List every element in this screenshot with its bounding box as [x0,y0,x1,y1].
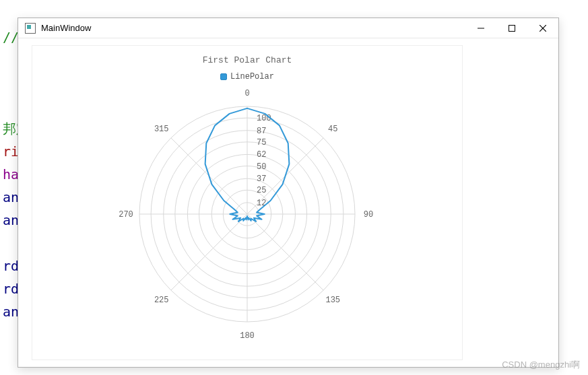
svg-line-19 [247,214,323,290]
maximize-icon [509,25,515,32]
app-icon [25,23,36,34]
svg-text:62: 62 [257,150,266,160]
legend-swatch [220,73,227,80]
svg-text:90: 90 [364,210,373,219]
svg-text:87: 87 [257,127,266,136]
chart-legend: LinePolar [32,72,462,81]
polar-chart: 0459013518022527031512253750627587100 [32,81,462,344]
svg-line-23 [171,214,247,290]
svg-text:180: 180 [240,331,255,341]
window-title: MainWindow [41,23,465,33]
svg-text:50: 50 [257,162,266,172]
svg-text:225: 225 [154,296,169,305]
close-icon [540,25,546,32]
watermark: CSDN @mengzhi啊 [502,359,580,371]
svg-text:37: 37 [257,174,266,184]
chart-container: First Polar Chart LinePolar 045901351802… [32,45,463,360]
svg-text:315: 315 [154,125,169,134]
chart-title: First Polar Chart [32,55,462,65]
svg-text:12: 12 [257,199,266,208]
close-button[interactable] [527,18,558,38]
svg-text:25: 25 [257,186,266,195]
legend-label: LinePolar [230,72,274,81]
svg-text:135: 135 [325,296,340,305]
maximize-button[interactable] [496,18,527,38]
svg-rect-1 [509,25,515,31]
svg-text:75: 75 [257,138,266,147]
minimize-icon [478,25,484,32]
main-window: MainWindow First Polar Chart LinePolar 0… [18,18,559,368]
svg-text:100: 100 [257,114,271,123]
svg-text:270: 270 [119,210,133,219]
svg-text:45: 45 [328,125,337,134]
svg-text:0: 0 [244,89,249,98]
minimize-button[interactable] [465,18,496,38]
titlebar[interactable]: MainWindow [18,18,558,38]
